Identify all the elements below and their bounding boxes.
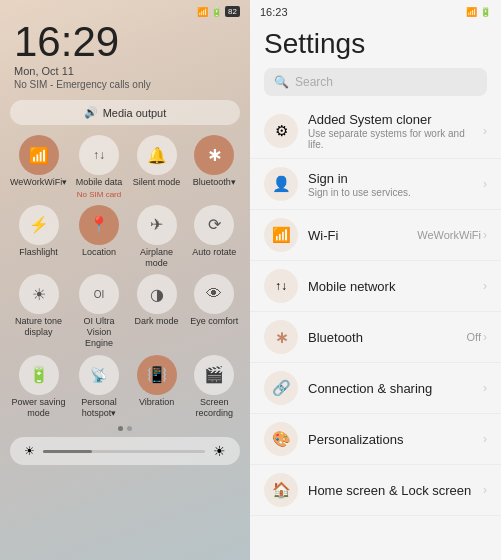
tile-screen-record-label: Screen recording bbox=[188, 397, 240, 419]
status-icons-right: 📶 🔋 bbox=[466, 7, 491, 17]
wifi-text: Wi-Fi bbox=[308, 228, 407, 243]
tile-silent-icon[interactable]: 🔔 bbox=[137, 135, 177, 175]
tile-eye-comfort[interactable]: 👁 Eye comfort bbox=[188, 274, 240, 348]
tile-airplane[interactable]: ✈ Airplane mode bbox=[131, 205, 183, 269]
tile-nature-icon[interactable]: ☀ bbox=[19, 274, 59, 314]
wifi-settings-icon: 📶 bbox=[264, 218, 298, 252]
tile-airplane-label: Airplane mode bbox=[131, 247, 183, 269]
tile-silent-label: Silent mode bbox=[133, 177, 181, 188]
system-cloner-icon: ⚙ bbox=[264, 114, 298, 148]
settings-item-sign-in[interactable]: 👤 Sign in Sign in to use services. › bbox=[250, 159, 501, 210]
tile-eye-icon[interactable]: 👁 bbox=[194, 274, 234, 314]
tile-flashlight[interactable]: ⚡ Flashlight bbox=[10, 205, 67, 269]
tile-bluetooth-label: Bluetooth▾ bbox=[193, 177, 236, 188]
tile-hotspot[interactable]: 📡 Personal hotspot▾ bbox=[73, 355, 125, 419]
tile-autorotate[interactable]: ⟳ Auto rotate bbox=[188, 205, 240, 269]
chevron-icon: › bbox=[483, 483, 487, 497]
notification-shade: 📶 🔋 82 16:29 Mon, Oct 11 No SIM - Emerge… bbox=[0, 0, 250, 560]
brightness-low-icon: ☀ bbox=[24, 444, 35, 458]
tile-bluetooth-icon[interactable]: ∗ bbox=[194, 135, 234, 175]
tile-dark-mode[interactable]: ◑ Dark mode bbox=[131, 274, 183, 348]
settings-list: ⚙ Added System cloner Use separate syste… bbox=[250, 104, 501, 560]
tile-mobile-icon[interactable]: ↑↓ bbox=[79, 135, 119, 175]
tile-wifi-icon[interactable]: 📶 bbox=[19, 135, 59, 175]
tile-wifi-label: WeWorkWiFi▾ bbox=[10, 177, 67, 188]
tile-autorotate-label: Auto rotate bbox=[192, 247, 236, 258]
mobile-network-text: Mobile network bbox=[308, 279, 473, 294]
wifi-icon-right: 🔋 bbox=[480, 7, 491, 17]
brightness-fill bbox=[43, 450, 92, 453]
tile-mobile-sublabel: No SIM card bbox=[77, 190, 121, 199]
tile-vibration-label: Vibration bbox=[139, 397, 174, 408]
tile-hotspot-icon[interactable]: 📡 bbox=[79, 355, 119, 395]
tile-location[interactable]: 📍 Location bbox=[73, 205, 125, 269]
settings-item-home-lock[interactable]: 🏠 Home screen & Lock screen › bbox=[250, 465, 501, 516]
bluetooth-value: Off bbox=[467, 331, 481, 343]
mobile-network-right: › bbox=[483, 279, 487, 293]
settings-item-bluetooth[interactable]: ∗ Bluetooth Off › bbox=[250, 312, 501, 363]
brightness-control[interactable]: ☀ ☀ bbox=[10, 437, 240, 465]
brightness-high-icon: ☀ bbox=[213, 443, 226, 459]
home-lock-right: › bbox=[483, 483, 487, 497]
sign-in-icon: 👤 bbox=[264, 167, 298, 201]
settings-item-personalizations[interactable]: 🎨 Personalizations › bbox=[250, 414, 501, 465]
dot-2 bbox=[127, 426, 132, 431]
signal-icon: 📶 bbox=[197, 7, 208, 17]
personalizations-title: Personalizations bbox=[308, 432, 473, 447]
connection-sharing-text: Connection & sharing bbox=[308, 381, 473, 396]
search-bar[interactable]: 🔍 Search bbox=[264, 68, 487, 96]
system-cloner-title: Added System cloner bbox=[308, 112, 473, 127]
chevron-icon: › bbox=[483, 228, 487, 242]
tile-ultra-vision[interactable]: OI OI Ultra Vision Engine bbox=[73, 274, 125, 348]
dot-1 bbox=[118, 426, 123, 431]
settings-time: 16:23 bbox=[260, 6, 288, 18]
bluetooth-text: Bluetooth bbox=[308, 330, 457, 345]
tile-power-icon[interactable]: 🔋 bbox=[19, 355, 59, 395]
brightness-track[interactable] bbox=[43, 450, 205, 453]
tile-nature-label: Nature tone display bbox=[10, 316, 67, 338]
tile-vibration[interactable]: 📳 Vibration bbox=[131, 355, 183, 419]
status-icons-left: 📶 🔋 82 bbox=[197, 6, 240, 17]
media-output-button[interactable]: 🔊 Media output bbox=[10, 100, 240, 125]
tile-autorotate-icon[interactable]: ⟳ bbox=[194, 205, 234, 245]
tile-silent[interactable]: 🔔 Silent mode bbox=[131, 135, 183, 199]
home-lock-title: Home screen & Lock screen bbox=[308, 483, 473, 498]
bluetooth-settings-icon: ∗ bbox=[264, 320, 298, 354]
tile-vibration-icon[interactable]: 📳 bbox=[137, 355, 177, 395]
tile-dark-label: Dark mode bbox=[135, 316, 179, 327]
chevron-icon: › bbox=[483, 330, 487, 344]
tile-flashlight-icon[interactable]: ⚡ bbox=[19, 205, 59, 245]
settings-item-mobile-network[interactable]: ↑↓ Mobile network › bbox=[250, 261, 501, 312]
home-lock-icon: 🏠 bbox=[264, 473, 298, 507]
tile-nature-tone[interactable]: ☀ Nature tone display bbox=[10, 274, 67, 348]
tile-ultra-icon[interactable]: OI bbox=[79, 274, 119, 314]
tile-wifi[interactable]: 📶 WeWorkWiFi▾ bbox=[10, 135, 67, 199]
tile-location-icon[interactable]: 📍 bbox=[79, 205, 119, 245]
tile-dark-icon[interactable]: ◑ bbox=[137, 274, 177, 314]
bluetooth-right: Off › bbox=[467, 330, 487, 344]
settings-item-wifi[interactable]: 📶 Wi-Fi WeWorkWiFi › bbox=[250, 210, 501, 261]
settings-title: Settings bbox=[250, 22, 501, 68]
chevron-icon: › bbox=[483, 279, 487, 293]
tile-power-saving[interactable]: 🔋 Power saving mode bbox=[10, 355, 67, 419]
settings-item-connection-sharing[interactable]: 🔗 Connection & sharing › bbox=[250, 363, 501, 414]
tile-screen-record[interactable]: 🎬 Screen recording bbox=[188, 355, 240, 419]
sign-in-text: Sign in Sign in to use services. bbox=[308, 171, 473, 198]
sign-in-title: Sign in bbox=[308, 171, 473, 186]
system-cloner-text: Added System cloner Use separate systems… bbox=[308, 112, 473, 150]
status-bar-left: 📶 🔋 82 bbox=[0, 0, 250, 19]
tile-bluetooth[interactable]: ∗ Bluetooth▾ bbox=[188, 135, 240, 199]
sim-status: No SIM - Emergency calls only bbox=[0, 79, 250, 96]
tile-mobile-data[interactable]: ↑↓ Mobile data No SIM card bbox=[73, 135, 125, 199]
sign-in-subtitle: Sign in to use services. bbox=[308, 187, 473, 198]
settings-item-system-cloner[interactable]: ⚙ Added System cloner Use separate syste… bbox=[250, 104, 501, 159]
wifi-title: Wi-Fi bbox=[308, 228, 407, 243]
search-icon: 🔍 bbox=[274, 75, 289, 89]
tile-screen-record-icon[interactable]: 🎬 bbox=[194, 355, 234, 395]
personalizations-text: Personalizations bbox=[308, 432, 473, 447]
chevron-icon: › bbox=[483, 124, 487, 138]
tile-airplane-icon[interactable]: ✈ bbox=[137, 205, 177, 245]
wifi-right: WeWorkWiFi › bbox=[417, 228, 487, 242]
mobile-network-icon: ↑↓ bbox=[264, 269, 298, 303]
tile-location-label: Location bbox=[82, 247, 116, 258]
